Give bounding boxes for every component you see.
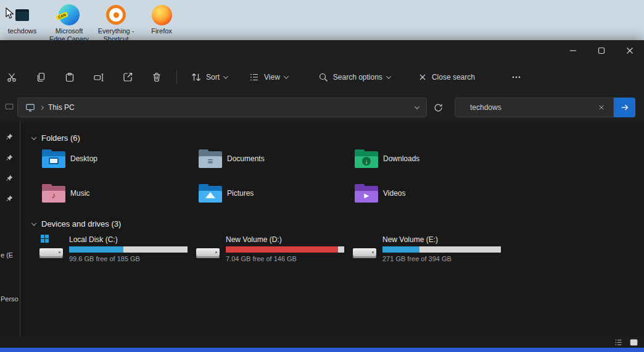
desktop-icon-everything[interactable]: Everything - Shortcut xyxy=(94,2,138,43)
folder-name: Videos xyxy=(383,189,405,198)
drive-item-d[interactable]: New Volume (D:) 7.04 GB free of 146 GB xyxy=(196,235,352,264)
desktop-emblem-icon xyxy=(49,157,59,164)
collapse-chevron-icon[interactable] xyxy=(31,220,36,225)
search-value[interactable]: techdows xyxy=(470,103,596,112)
rename-icon xyxy=(93,72,104,83)
drive-item-c[interactable]: Local Disk (C:) 99.6 GB free of 185 GB xyxy=(39,235,195,264)
chevron-down-icon xyxy=(284,73,289,78)
folder-item-pictures[interactable]: Pictures xyxy=(199,183,254,203)
address-dropdown-icon[interactable] xyxy=(415,104,419,109)
copy-icon xyxy=(35,72,46,83)
folder-icon: ♪ xyxy=(42,184,65,203)
maximize-button[interactable] xyxy=(587,40,616,61)
drive-icon xyxy=(196,235,222,262)
folder-icon xyxy=(42,149,65,168)
minimize-button[interactable] xyxy=(559,40,587,61)
techdows-icon xyxy=(15,9,29,21)
pin-icon xyxy=(5,195,14,203)
folder-icon: ≡ xyxy=(199,149,222,168)
details-view-icon xyxy=(614,338,623,347)
desktop-icon-label: techdows xyxy=(8,27,36,35)
search-input[interactable]: techdows xyxy=(455,98,614,117)
view-icon xyxy=(249,72,260,83)
cut-icon xyxy=(6,72,17,83)
sort-button[interactable]: Sort xyxy=(184,66,234,88)
toolbar-divider xyxy=(176,70,177,84)
drive-free-space: 271 GB free of 394 GB xyxy=(382,255,501,262)
thumbnail-view-button[interactable] xyxy=(629,338,638,347)
folder-item-desktop[interactable]: Desktop xyxy=(42,149,97,169)
search-submit-button[interactable] xyxy=(614,98,635,117)
view-button[interactable]: View xyxy=(242,66,294,88)
folders-header-label: Folders (6) xyxy=(41,133,80,143)
folder-item-videos[interactable]: ▶ Videos xyxy=(355,183,405,203)
drive-name: New Volume (D:) xyxy=(226,235,344,244)
rename-button[interactable] xyxy=(88,66,109,88)
navigation-pane: e (E Perso xyxy=(0,122,20,337)
folder-item-documents[interactable]: ≡ Documents xyxy=(199,149,265,169)
desktop-icon-firefox[interactable]: Firefox xyxy=(139,2,184,35)
this-pc-icon xyxy=(25,103,35,112)
view-label: View xyxy=(264,73,280,82)
breadcrumb[interactable]: This PC xyxy=(48,103,75,112)
drive-info: New Volume (E:) 271 GB free of 394 GB xyxy=(382,235,501,264)
command-bar: Sort View Search options Close search xyxy=(0,61,644,93)
arrow-right-icon xyxy=(620,103,630,112)
folder-name: Pictures xyxy=(227,189,254,198)
status-bar xyxy=(0,337,644,348)
pictures-emblem-icon xyxy=(205,192,215,198)
copy-button[interactable] xyxy=(30,66,51,88)
sidebar-item-fragment[interactable]: Perso xyxy=(1,295,20,303)
drive-icon xyxy=(39,235,65,262)
more-options-button[interactable] xyxy=(506,66,527,88)
chevron-down-icon xyxy=(386,73,391,78)
drives-section-header[interactable]: Devices and drives (3) xyxy=(32,219,121,228)
cut-button[interactable] xyxy=(1,66,22,88)
folder-name: Documents xyxy=(227,154,265,163)
sidebar-item-fragment[interactable]: e (E xyxy=(1,251,20,259)
drive-name: Local Disk (C:) xyxy=(69,235,188,244)
taskbar-strip[interactable] xyxy=(0,348,644,352)
collapse-chevron-icon[interactable] xyxy=(31,135,36,140)
downloads-emblem-icon: ↓ xyxy=(362,157,371,166)
capacity-bar xyxy=(226,246,344,253)
folder-item-music[interactable]: ♪ Music xyxy=(42,183,89,203)
folder-name: Downloads xyxy=(383,154,419,163)
share-button[interactable] xyxy=(117,66,138,88)
maximize-icon xyxy=(596,45,607,56)
file-explorer-window: Sort View Search options Close search xyxy=(0,40,644,348)
drive-info: New Volume (D:) 7.04 GB free of 146 GB xyxy=(226,235,344,264)
address-bar[interactable]: This PC xyxy=(17,98,427,117)
breadcrumb-separator-icon xyxy=(39,105,44,109)
folder-icon xyxy=(199,184,222,203)
canary-badge: CAN xyxy=(56,12,68,21)
search-options-button[interactable]: Search options xyxy=(312,66,397,88)
close-search-button[interactable]: Close search xyxy=(411,66,481,88)
firefox-icon xyxy=(152,5,172,25)
drive-free-space: 7.04 GB free of 146 GB xyxy=(226,255,344,262)
ellipsis-icon xyxy=(511,72,522,83)
address-row: This PC techdows xyxy=(0,93,644,122)
paste-button[interactable] xyxy=(59,66,80,88)
nav-fragment-icon[interactable] xyxy=(4,102,14,114)
drives-header-label: Devices and drives (3) xyxy=(41,219,121,228)
folders-section-header[interactable]: Folders (6) xyxy=(32,133,80,143)
desktop-icon-edge-canary[interactable]: CAN Microsoft Edge Canary xyxy=(47,2,91,43)
details-view-button[interactable] xyxy=(614,338,623,347)
clear-search-icon[interactable] xyxy=(596,102,607,113)
drive-item-e[interactable]: New Volume (E:) 271 GB free of 394 GB xyxy=(353,235,508,264)
chevron-down-icon xyxy=(223,73,228,78)
pin-icon xyxy=(5,154,14,162)
search-options-label: Search options xyxy=(333,73,382,82)
folder-item-downloads[interactable]: ↓ Downloads xyxy=(355,149,419,169)
capacity-bar xyxy=(382,246,501,253)
close-button[interactable] xyxy=(616,40,644,61)
desktop-icon-label: Everything - xyxy=(98,27,134,35)
refresh-button[interactable] xyxy=(429,98,447,117)
title-bar xyxy=(0,40,644,61)
search-options-icon xyxy=(318,72,329,83)
drive-name: New Volume (E:) xyxy=(382,235,501,244)
sort-icon xyxy=(191,72,202,83)
drive-icon xyxy=(353,235,379,262)
delete-button[interactable] xyxy=(146,66,167,88)
